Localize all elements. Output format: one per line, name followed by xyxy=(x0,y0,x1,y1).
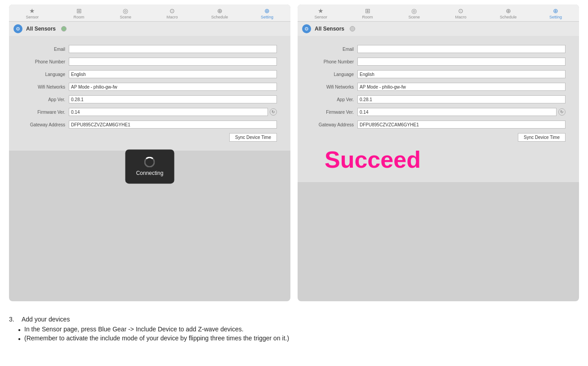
gear-icon-right[interactable]: ⚙ xyxy=(302,24,311,33)
succeed-text: Succeed xyxy=(320,147,421,173)
form-row-email-right: Email xyxy=(311,45,566,53)
settings-content-left: Email Phone Number Language Wifi Network… xyxy=(9,36,290,151)
schedule-tab-label: Schedule xyxy=(211,15,228,19)
setting-tab-label-right: Setting xyxy=(549,15,562,19)
form-row-gateway-left: Gateway Address xyxy=(22,121,277,129)
sensor-tab-icon-right: ★ xyxy=(318,7,324,14)
room-tab-icon: ⊞ xyxy=(76,7,82,14)
firmver-input-group-right: ↻ xyxy=(357,108,566,116)
form-row-wifi-right: Wifi Networks xyxy=(311,83,566,91)
setting-tab-label: Setting xyxy=(261,15,273,19)
setting-tab-icon-right: ⊕ xyxy=(553,7,558,14)
schedule-tab-label-right: Schedule xyxy=(500,15,517,19)
schedule-tab-icon-right: ⊕ xyxy=(506,7,511,14)
label-language-left: Language xyxy=(22,72,65,77)
form-row-language-right: Language xyxy=(311,70,566,78)
label-language-right: Language xyxy=(311,72,354,77)
form-row-phone-right: Phone Number xyxy=(311,58,566,66)
settings-form-left: Email Phone Number Language Wifi Network… xyxy=(22,45,277,142)
label-phone-left: Phone Number xyxy=(22,59,65,64)
form-row-language-left: Language xyxy=(22,70,277,78)
tab-sensor-right[interactable]: ★ Sensor xyxy=(310,6,332,20)
settings-form-right: Email Phone Number Language Wifi Network… xyxy=(311,45,566,173)
input-appver-left[interactable] xyxy=(69,95,277,103)
connecting-overlay: Connecting xyxy=(125,149,174,183)
header-title-right: All Sensors xyxy=(315,26,344,32)
room-tab-label-right: Room xyxy=(362,15,373,19)
input-language-right[interactable] xyxy=(357,70,566,78)
instruction-step3: 3. Add your devices xyxy=(9,316,579,323)
tab-macro-right[interactable]: ⊙ Macro xyxy=(450,6,472,20)
sensor-tab-icon: ★ xyxy=(29,7,35,14)
label-appver-left: App Ver. xyxy=(22,97,65,102)
input-wifi-left[interactable] xyxy=(69,83,277,91)
screen-header-right: ⚙ All Sensors xyxy=(298,22,579,36)
firmver-input-group-left: ↻ xyxy=(69,108,277,116)
input-gateway-left[interactable] xyxy=(69,121,277,129)
scene-tab-icon-right: ◎ xyxy=(411,7,417,14)
bullet-icon-1: ● xyxy=(18,327,21,333)
input-wifi-right[interactable] xyxy=(357,83,566,91)
label-wifi-left: Wifi Networks xyxy=(22,85,65,89)
macro-tab-icon: ⊙ xyxy=(169,7,175,14)
input-email-left[interactable] xyxy=(69,45,277,53)
input-language-left[interactable] xyxy=(69,70,277,78)
label-wifi-right: Wifi Networks xyxy=(311,85,354,89)
label-appver-right: App Ver. xyxy=(311,97,354,102)
tab-macro-left[interactable]: ⊙ Macro xyxy=(161,6,183,20)
tab-bar-right: ★ Sensor ⊞ Room ◎ Scene ⊙ Macro ⊕ Schedu… xyxy=(298,4,579,22)
sync-button-right[interactable]: Sync Device Time xyxy=(518,133,566,142)
bullet-text-1: In the Sensor page, press Blue Gear -> I… xyxy=(24,326,244,333)
input-phone-right[interactable] xyxy=(357,58,566,66)
connecting-text: Connecting xyxy=(136,170,164,176)
phone-screen-left: ★ Sensor ⊞ Room ◎ Scene ⊙ Macro ⊕ Schedu… xyxy=(9,4,290,301)
phone-screen-right: ★ Sensor ⊞ Room ◎ Scene ⊙ Macro ⊕ Schedu… xyxy=(298,4,579,301)
input-email-right[interactable] xyxy=(357,45,566,53)
tab-setting-right[interactable]: ⊕ Setting xyxy=(544,6,567,20)
label-phone-right: Phone Number xyxy=(311,59,354,64)
tab-sensor-left[interactable]: ★ Sensor xyxy=(21,6,44,20)
scene-tab-icon: ◎ xyxy=(123,7,128,14)
input-phone-left[interactable] xyxy=(69,58,277,66)
form-row-firmver-right: Firmware Ver. ↻ xyxy=(311,108,566,116)
scene-tab-label: Scene xyxy=(120,15,132,19)
gear-icon-left[interactable]: ⚙ xyxy=(13,24,22,33)
input-firmver-left[interactable] xyxy=(69,108,268,116)
tab-setting-left[interactable]: ⊕ Setting xyxy=(256,6,278,20)
tab-scene-left[interactable]: ◎ Scene xyxy=(114,6,137,20)
input-gateway-right[interactable] xyxy=(357,121,566,129)
macro-tab-icon-right: ⊙ xyxy=(458,7,463,14)
form-row-wifi-left: Wifi Networks xyxy=(22,83,277,91)
tab-scene-right[interactable]: ◎ Scene xyxy=(403,6,425,20)
bullet-item-1: ● In the Sensor page, press Blue Gear ->… xyxy=(9,326,579,333)
refresh-icon-left[interactable]: ↻ xyxy=(270,108,277,116)
step3-text: Add your devices xyxy=(22,316,70,323)
tab-schedule-left[interactable]: ⊕ Schedule xyxy=(208,6,232,20)
refresh-icon-right[interactable]: ↻ xyxy=(558,108,566,116)
header-title-left: All Sensors xyxy=(26,26,56,32)
input-firmver-right[interactable] xyxy=(357,108,557,116)
instructions-section: 3. Add your devices ● In the Sensor page… xyxy=(9,312,579,347)
label-gateway-left: Gateway Address xyxy=(22,122,65,127)
label-email-right: Email xyxy=(311,47,354,52)
tab-bar-left: ★ Sensor ⊞ Room ◎ Scene ⊙ Macro ⊕ Schedu… xyxy=(9,4,290,22)
sensor-tab-label-right: Sensor xyxy=(315,15,328,19)
label-email-left: Email xyxy=(22,47,65,52)
sync-btn-container-left: Sync Device Time xyxy=(22,133,277,142)
tab-room-right[interactable]: ⊞ Room xyxy=(356,6,379,20)
schedule-tab-icon: ⊕ xyxy=(217,7,223,14)
form-row-phone-left: Phone Number xyxy=(22,58,277,66)
tab-schedule-right[interactable]: ⊕ Schedule xyxy=(496,6,521,20)
label-gateway-right: Gateway Address xyxy=(311,122,354,127)
settings-content-right: Email Phone Number Language Wifi Network… xyxy=(298,36,579,182)
form-row-firmver-left: Firmware Ver. ↻ xyxy=(22,108,277,116)
tab-room-left[interactable]: ⊞ Room xyxy=(68,6,90,20)
step3-number: 3. xyxy=(9,316,18,323)
form-row-appver-right: App Ver. xyxy=(311,95,566,103)
sync-button-left[interactable]: Sync Device Time xyxy=(229,133,277,142)
macro-tab-label-right: Macro xyxy=(455,15,467,19)
bullet-text-2: (Remember to activate the include mode o… xyxy=(24,335,289,342)
spinner-icon xyxy=(144,156,155,167)
setting-tab-icon: ⊕ xyxy=(264,7,270,14)
input-appver-right[interactable] xyxy=(357,95,566,103)
